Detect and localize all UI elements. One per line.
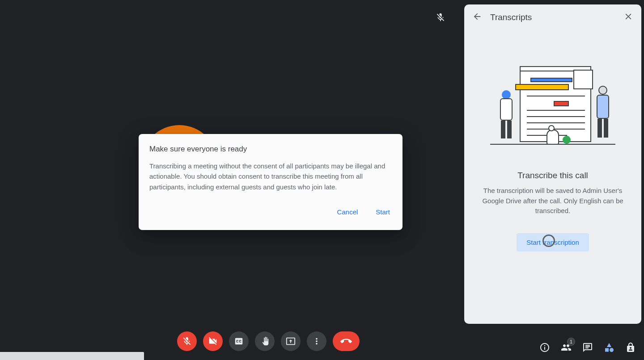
leave-call-button[interactable] [333,331,360,351]
present-screen-button[interactable] [281,331,301,351]
close-button[interactable] [623,12,633,23]
call-end-icon [340,335,352,347]
raise-hand-button[interactable] [255,331,275,351]
videocam-off-icon [208,336,218,346]
people-button[interactable]: 1 [561,342,572,353]
tooltip-stub [0,352,144,360]
participant-count-badge: 1 [567,338,575,346]
start-button[interactable]: Start [374,205,392,219]
transcription-illustration [495,66,611,151]
panel-content: Transcribe this call The transcription w… [464,30,641,324]
consent-dialog: Make sure everyone is ready Transcribing… [139,134,402,230]
chat-icon [582,342,593,353]
microphone-toggle-button[interactable] [177,331,197,351]
activities-button[interactable] [604,342,614,353]
dialog-title: Make sure everyone is ready [149,145,392,154]
dialog-actions: Cancel Start [149,205,392,219]
right-controls: 1 [539,342,636,353]
shapes-icon [604,342,614,353]
panel-description: The transcription will be saved to Admin… [477,186,629,216]
hand-icon [260,336,270,346]
participant-mic-off-icon [436,13,445,24]
captions-button[interactable] [229,331,249,351]
lock-person-icon [625,342,636,353]
back-button[interactable] [472,12,482,23]
center-controls [177,331,360,351]
info-icon [539,342,550,353]
camera-toggle-button[interactable] [203,331,223,351]
mic-off-icon [182,336,192,346]
more-vert-icon [312,336,322,346]
transcripts-panel: Transcripts [464,4,641,324]
arrow-left-icon [472,12,482,21]
chat-button[interactable] [582,342,593,353]
bottom-toolbar: 1 [0,331,644,353]
cancel-button[interactable]: Cancel [335,205,360,219]
close-icon [623,12,633,21]
present-to-all-icon [286,336,296,346]
more-options-button[interactable] [307,331,326,351]
meeting-details-button[interactable] [539,342,550,353]
panel-heading: Transcribe this call [517,171,588,180]
host-controls-button[interactable] [625,342,636,353]
dialog-body-text: Transcribing a meeting without the conse… [149,161,392,192]
panel-title: Transcripts [490,13,615,22]
closed-caption-icon [234,336,244,346]
start-transcription-wrap: Start transcription [517,233,589,251]
start-transcription-button[interactable]: Start transcription [517,233,589,251]
panel-header: Transcripts [464,4,641,30]
